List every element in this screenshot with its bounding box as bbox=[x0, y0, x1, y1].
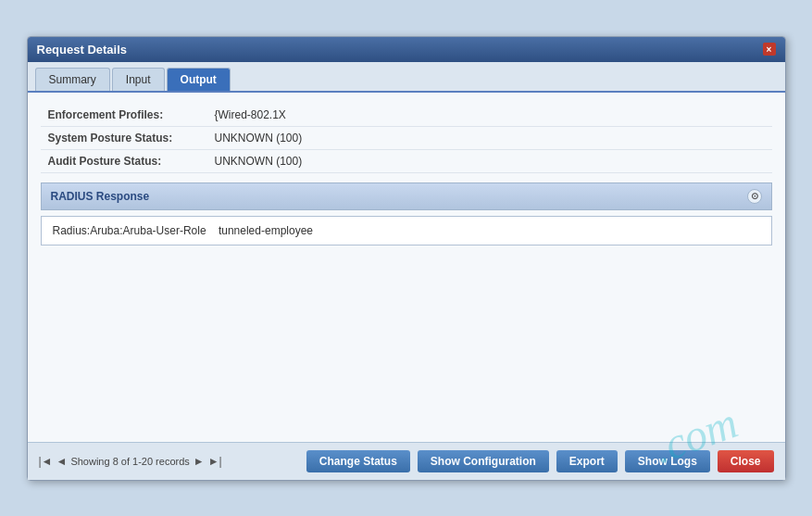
last-page-button[interactable]: ►| bbox=[208, 455, 222, 468]
dialog-footer: |◄ ◄ Showing 8 of 1-20 records ► ►| Chan… bbox=[28, 442, 785, 480]
pagination-area: |◄ ◄ Showing 8 of 1-20 records ► ►| bbox=[39, 455, 299, 468]
show-configuration-button[interactable]: Show Configuration bbox=[418, 450, 549, 472]
pagination-text: Showing 8 of 1-20 records bbox=[70, 456, 189, 467]
request-details-dialog: Request Details × Summary Input Output E… bbox=[27, 36, 786, 481]
field-label: Audit Posture Status: bbox=[41, 149, 207, 172]
show-logs-button[interactable]: Show Logs bbox=[625, 450, 710, 472]
tab-summary[interactable]: Summary bbox=[35, 68, 110, 91]
close-button[interactable]: Close bbox=[718, 450, 774, 472]
radius-section-title: RADIUS Response bbox=[51, 190, 150, 203]
tab-bar: Summary Input Output bbox=[28, 62, 785, 93]
export-button[interactable]: Export bbox=[556, 450, 618, 472]
tab-output[interactable]: Output bbox=[167, 68, 231, 91]
change-status-button[interactable]: Change Status bbox=[306, 450, 410, 472]
tab-input[interactable]: Input bbox=[112, 68, 165, 91]
radius-entry: Radius:Aruba:Aruba-User-Role bbox=[53, 224, 206, 237]
field-label: Enforcement Profiles: bbox=[41, 104, 207, 127]
prev-page-button[interactable]: ◄ bbox=[56, 455, 68, 468]
table-row: System Posture Status: UNKNOWN (100) bbox=[41, 126, 772, 149]
field-value: UNKNOWN (100) bbox=[207, 126, 772, 149]
output-fields-table: Enforcement Profiles: {Wired-802.1X Syst… bbox=[41, 104, 772, 173]
dialog-header-close-button[interactable]: × bbox=[763, 43, 776, 56]
dialog-title: Request Details bbox=[37, 43, 128, 57]
close-x-icon: × bbox=[767, 44, 772, 55]
radius-value: tunneled-employee bbox=[219, 224, 313, 237]
table-row: Audit Posture Status: UNKNOWN (100) bbox=[41, 149, 772, 172]
next-page-button[interactable]: ► bbox=[194, 455, 205, 468]
table-row: Enforcement Profiles: {Wired-802.1X bbox=[41, 104, 772, 127]
radius-response-header: RADIUS Response ⊙ bbox=[41, 182, 772, 210]
radius-response-box: Radius:Aruba:Aruba-User-Role tunneled-em… bbox=[41, 216, 772, 245]
content-area: Enforcement Profiles: {Wired-802.1X Syst… bbox=[28, 93, 785, 442]
first-page-button[interactable]: |◄ bbox=[39, 455, 53, 468]
field-label: System Posture Status: bbox=[41, 126, 207, 149]
field-value: {Wired-802.1X bbox=[207, 104, 772, 127]
dialog-header: Request Details × bbox=[28, 37, 785, 62]
field-value: UNKNOWN (100) bbox=[207, 149, 772, 172]
section-expand-icon[interactable]: ⊙ bbox=[747, 189, 762, 204]
